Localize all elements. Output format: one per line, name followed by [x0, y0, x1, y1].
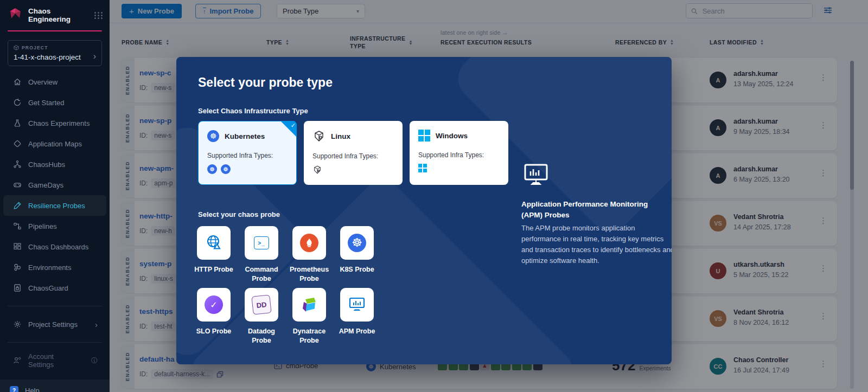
probe-tile-row: ✓SLO ProbeDDDatadog ProbeDynatrace Probe…	[197, 288, 374, 345]
probe-tile-row: HTTP Probe>_Command ProbePrometheus Prob…	[197, 226, 374, 284]
probe-tile-button[interactable]	[292, 226, 326, 260]
linux-icon: $	[312, 130, 326, 143]
divider	[8, 342, 102, 343]
probe-tile-command-probe: >_Command Probe	[245, 226, 278, 284]
sidebar-item-account-settings[interactable]: Account Settings ⓘ	[3, 350, 106, 371]
probe-tile-button[interactable]	[292, 288, 326, 322]
hub-icon	[13, 160, 22, 169]
probe-tile-button[interactable]: ☸	[340, 226, 374, 260]
sidebar-item-label: Get Started	[28, 99, 64, 107]
sidebar-item-overview[interactable]: Overview	[3, 72, 106, 92]
probe-tile-slo-probe: ✓SLO Probe	[197, 288, 231, 345]
sidebar-item-label: Overview	[28, 78, 58, 86]
probe-tile-k8s-probe: ☸K8S Probe	[340, 226, 374, 284]
sidebar-item-chaos-dashboards[interactable]: Chaos Dashboards	[3, 236, 106, 257]
chevron-right-icon: ›	[93, 52, 96, 61]
supported-infra-icons	[418, 164, 500, 172]
dashboard-icon	[13, 242, 22, 251]
probe-type-modal: Select your probe type Select Chaos Infr…	[176, 57, 672, 364]
probe-tile-label: SLO Probe	[190, 327, 237, 336]
modal-title: Select your probe type	[198, 75, 333, 90]
sidebar-item-label: Help	[25, 387, 40, 392]
probe-tile-label: Command Probe	[238, 265, 285, 284]
sidebar-item-label: Application Maps	[28, 140, 82, 148]
brand-underline	[8, 30, 102, 31]
kubernetes-icon: ☸	[207, 164, 217, 174]
supported-infra-label: Supported Infra Types:	[207, 152, 288, 159]
probe-tile-button[interactable]: >_	[245, 226, 278, 260]
sidebar-item-get-started[interactable]: Get Started	[3, 92, 106, 113]
gear-icon	[13, 320, 22, 329]
project-label: PROJECT	[14, 45, 96, 50]
prometheus-icon	[300, 234, 318, 252]
infra-card-windows[interactable]: WindowsSupported Infra Types:	[410, 121, 508, 185]
apm-description: The APM probe monitors application perfo…	[521, 223, 672, 267]
account-gear-icon	[13, 356, 22, 365]
project-selector[interactable]: PROJECT 1-41-x-chaos-project ›	[8, 40, 102, 66]
windows-icon	[418, 164, 427, 172]
probe-tile-button[interactable]: DD	[245, 288, 278, 322]
command-probe-icon: >_	[254, 236, 269, 249]
slo-probe-icon: ✓	[205, 295, 223, 314]
sidebar-item-label: ChaosHubs	[28, 160, 65, 169]
dynatrace-icon	[300, 295, 318, 314]
sidebar-item-resilience-probes[interactable]: Resilience Probes	[3, 195, 106, 216]
sidebar-item-gamedays[interactable]: GameDays	[3, 175, 106, 195]
help-icon: ?	[10, 386, 18, 392]
sidebar-item-label: Project Settings	[28, 320, 78, 329]
windows-icon	[418, 130, 430, 142]
infra-card-linux[interactable]: $LinuxSupported Infra Types:$	[304, 121, 403, 185]
sidebar-item-label: GameDays	[28, 181, 63, 189]
infra-card-header: ☸Kubernetes	[207, 130, 288, 142]
sidebar-item-label: ChaosGuard	[28, 284, 68, 292]
probe-tile-button[interactable]	[197, 226, 231, 260]
home-icon	[13, 78, 22, 86]
probe-tile-label: Dynatrace Probe	[286, 327, 333, 345]
brand: Chaos Engineering	[0, 0, 110, 29]
linux-icon: $	[312, 165, 322, 175]
chevron-right-icon: ›	[95, 320, 98, 329]
cube-icon	[14, 45, 19, 50]
sidebar-item-label: Chaos Dashboards	[28, 243, 88, 251]
apm-probe-icon	[347, 295, 367, 314]
project-name: 1-41-x-chaos-project	[14, 53, 96, 61]
probe-tile-label: Prometheus Probe	[286, 265, 333, 284]
sidebar-item-label: Chaos Experiments	[28, 119, 90, 127]
sidebar-item-label: Environments	[28, 264, 71, 272]
probe-tile-label: K8S Probe	[334, 265, 380, 274]
sidebar-nav: OverviewGet StartedChaos ExperimentsAppl…	[0, 72, 110, 298]
shield-lock-icon	[13, 284, 22, 292]
selected-check-icon: ✓	[280, 121, 297, 137]
kubernetes-icon: ☸	[221, 164, 231, 174]
probe-tile-label: HTTP Probe	[190, 265, 237, 274]
chaos-logo-icon	[8, 7, 23, 24]
divider	[8, 306, 102, 306]
sidebar-item-pipelines[interactable]: Pipelines	[3, 216, 106, 236]
http-probe-icon	[204, 233, 224, 253]
probe-tile-dynatrace-probe: Dynatrace Probe	[292, 288, 326, 345]
sidebar-item-application-maps[interactable]: Application Maps	[3, 133, 106, 154]
probe-section-label: Select your chaos probe	[198, 210, 280, 219]
infra-card-kubernetes[interactable]: ✓☸KubernetesSupported Infra Types:☸☸	[198, 121, 297, 185]
sidebar-item-chaos-experiments[interactable]: Chaos Experiments	[3, 113, 106, 133]
svg-text:$: $	[320, 136, 322, 139]
supported-infra-icons: $	[312, 165, 394, 175]
probe-tile-prometheus-probe: Prometheus Probe	[292, 226, 326, 284]
sidebar-item-label: Account Settings	[28, 352, 78, 369]
sidebar-item-project-settings[interactable]: Project Settings ›	[3, 314, 106, 335]
environments-icon	[13, 263, 22, 272]
sidebar-item-label: Pipelines	[28, 222, 57, 230]
probe-tile-label: APM Probe	[334, 327, 380, 336]
app-switcher-grid-icon[interactable]	[94, 12, 103, 19]
probe-tile-label: Datadog Probe	[238, 327, 285, 345]
sidebar-item-environments[interactable]: Environments	[3, 257, 106, 278]
supported-infra-icons: ☸☸	[207, 164, 288, 174]
sidebar-item-label: Resilience Probes	[28, 202, 85, 210]
sidebar-item-chaosguard[interactable]: ChaosGuard	[3, 278, 106, 298]
apm-monitor-icon	[521, 160, 672, 191]
probe-tile-http-probe: HTTP Probe	[197, 226, 231, 284]
probe-tile-button[interactable]	[340, 288, 374, 322]
sidebar-item-help[interactable]: ? Help	[0, 380, 110, 392]
sidebar-item-chaoshubs[interactable]: ChaosHubs	[3, 154, 106, 175]
probe-tile-button[interactable]: ✓	[197, 288, 231, 322]
